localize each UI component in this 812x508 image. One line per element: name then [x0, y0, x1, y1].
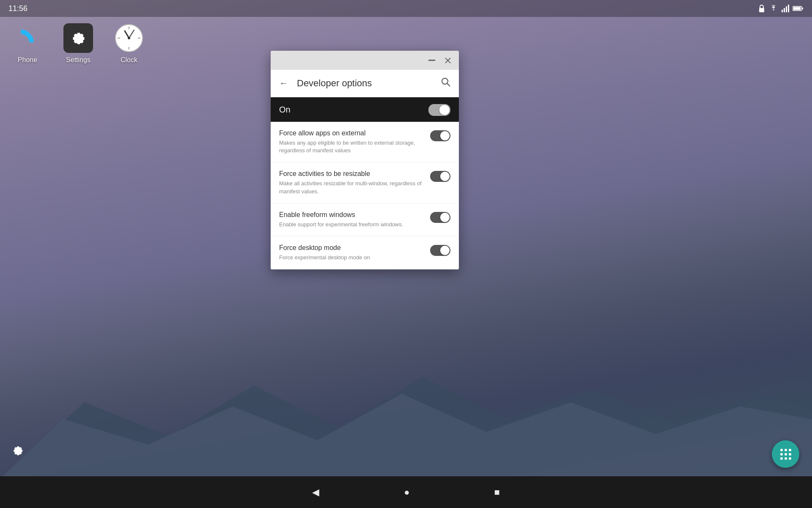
- setting-desc-freeform: Enable support for experimental freeform…: [279, 221, 423, 228]
- setting-title-resizable: Force activities to be resizable: [279, 170, 423, 178]
- app-drawer-icon: [780, 448, 792, 460]
- nav-home-button[interactable]: ●: [404, 487, 409, 498]
- nav-recents-button[interactable]: ■: [494, 487, 500, 498]
- nav-back-button[interactable]: ◀: [312, 487, 319, 498]
- toggle-desktop-mode[interactable]: [430, 245, 450, 256]
- svg-rect-3: [782, 10, 783, 12]
- toggle-force-allow[interactable]: [430, 130, 450, 141]
- on-label: On: [279, 105, 291, 115]
- app-drawer-fab[interactable]: [772, 440, 799, 468]
- svg-line-22: [447, 83, 450, 86]
- toggle-track-desktop-mode: [430, 245, 450, 256]
- clock-label: Clock: [121, 56, 137, 64]
- setting-text-desktop-mode: Force desktop mode Force experimental de…: [279, 244, 423, 261]
- lock-icon: [758, 4, 765, 13]
- toggle-thumb-force-allow: [440, 131, 450, 140]
- search-button[interactable]: [439, 76, 452, 91]
- close-button[interactable]: [442, 55, 454, 66]
- clock-icon-image: [114, 23, 144, 53]
- toggle-track-freeform: [430, 212, 450, 223]
- setting-item-freeform[interactable]: Enable freeform windows Enable support f…: [271, 203, 459, 236]
- setting-text-force-allow: Force allow apps on external Makes any a…: [279, 129, 423, 154]
- navigation-bar: ◀ ● ■: [0, 476, 812, 508]
- setting-title-freeform: Enable freeform windows: [279, 211, 423, 219]
- toggle-resizable[interactable]: [430, 171, 450, 182]
- svg-point-27: [785, 453, 787, 456]
- svg-point-23: [780, 449, 783, 451]
- svg-rect-6: [788, 5, 789, 12]
- window-titlebar: [271, 51, 459, 70]
- status-time: 11:56: [8, 4, 27, 13]
- svg-point-25: [789, 449, 791, 451]
- svg-rect-5: [786, 6, 787, 12]
- toggle-thumb-resizable: [440, 172, 450, 181]
- svg-rect-2: [759, 8, 764, 12]
- svg-point-21: [442, 78, 448, 84]
- close-icon: [445, 58, 451, 63]
- settings-gear-svg: [69, 29, 88, 47]
- status-bar: 11:56: [0, 0, 812, 17]
- bottom-settings-button[interactable]: [11, 443, 25, 459]
- toggle-freeform[interactable]: [430, 212, 450, 223]
- window-header: ← Developer options: [271, 70, 459, 97]
- setting-desc-desktop-mode: Force experimental desktop mode on: [279, 254, 423, 261]
- minimize-icon: [428, 60, 435, 61]
- setting-item-resizable[interactable]: Force activities to be resizable Make al…: [271, 162, 459, 203]
- setting-text-resizable: Force activities to be resizable Make al…: [279, 170, 423, 195]
- master-toggle[interactable]: [428, 104, 450, 116]
- setting-item-desktop-mode[interactable]: Force desktop mode Force experimental de…: [271, 236, 459, 269]
- svg-rect-9: [793, 7, 801, 10]
- svg-point-29: [780, 457, 783, 460]
- settings-icon-image: [63, 23, 93, 53]
- settings-label: Settings: [66, 56, 91, 64]
- battery-icon: [793, 5, 804, 11]
- setting-item-force-allow[interactable]: Force allow apps on external Makes any a…: [271, 122, 459, 162]
- clock-svg: [114, 23, 144, 53]
- svg-point-24: [785, 449, 787, 451]
- svg-point-30: [785, 457, 787, 460]
- bottom-settings-icon: [11, 443, 25, 458]
- svg-point-26: [780, 453, 783, 456]
- status-icons: [758, 4, 804, 13]
- phone-app-icon[interactable]: Phone: [8, 23, 47, 64]
- master-toggle-row[interactable]: On: [271, 97, 459, 122]
- window-title: Developer options: [297, 78, 433, 89]
- setting-desc-force-allow: Makes any app eligible to be written to …: [279, 139, 423, 154]
- svg-point-31: [789, 457, 791, 460]
- master-toggle-thumb: [439, 105, 450, 115]
- phone-svg: [15, 25, 40, 51]
- phone-icon-image: [13, 23, 42, 53]
- search-icon: [441, 77, 450, 87]
- setting-title-force-allow: Force allow apps on external: [279, 129, 423, 137]
- mountain-background: [0, 351, 812, 478]
- wifi-icon: [769, 5, 778, 12]
- minimize-button[interactable]: [426, 55, 438, 66]
- back-button[interactable]: ←: [277, 76, 290, 91]
- developer-options-window: ← Developer options On Force allow apps …: [271, 51, 459, 269]
- toggle-track-resizable: [430, 171, 450, 182]
- desktop-icons: Phone Settings: [8, 23, 148, 64]
- setting-text-freeform: Enable freeform windows Enable support f…: [279, 211, 423, 228]
- settings-list: Force allow apps on external Makes any a…: [271, 122, 459, 269]
- toggle-track-force-allow: [430, 130, 450, 141]
- svg-rect-18: [428, 60, 435, 61]
- svg-point-28: [789, 453, 791, 456]
- toggle-thumb-freeform: [440, 213, 450, 222]
- signal-icon: [782, 5, 789, 12]
- svg-rect-8: [802, 8, 803, 9]
- svg-rect-4: [784, 8, 785, 12]
- clock-app-icon[interactable]: Clock: [110, 23, 148, 64]
- toggle-thumb-desktop-mode: [440, 246, 450, 255]
- setting-title-desktop-mode: Force desktop mode: [279, 244, 423, 252]
- settings-app-icon[interactable]: Settings: [59, 23, 97, 64]
- phone-label: Phone: [18, 56, 37, 64]
- setting-desc-resizable: Make all activities resizable for multi-…: [279, 180, 423, 195]
- master-toggle-track: [428, 104, 450, 116]
